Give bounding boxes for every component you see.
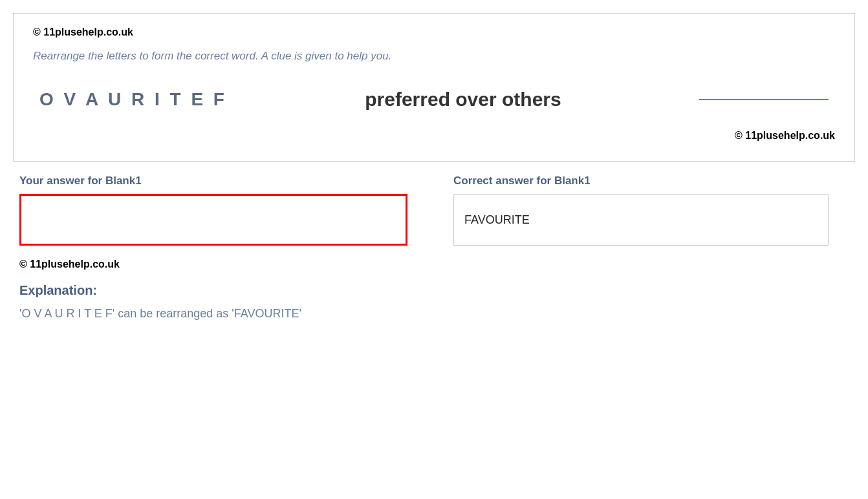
question-copyright-footer: © 11plusehelp.co.uk — [33, 130, 835, 142]
answers-section: Your answer for Blank1 Correct answer fo… — [19, 175, 849, 246]
correct-answer-label: Correct answer for Blank1 — [453, 175, 849, 187]
question-box: © 11plusehelp.co.uk Rearrange the letter… — [13, 13, 855, 162]
your-answer-block: Your answer for Blank1 — [19, 175, 415, 246]
page-copyright: © 11plusehelp.co.uk — [19, 259, 849, 270]
scrambled-word: O V A U R I T E F — [39, 89, 227, 110]
question-copyright: © 11plusehelp.co.uk — [33, 27, 835, 38]
explanation-text: 'O V A U R I T E F' can be rearranged as… — [19, 307, 849, 321]
your-answer-input[interactable] — [19, 194, 407, 246]
instruction-text: Rearrange the letters to form the correc… — [33, 50, 835, 63]
clue-text: preferred over others — [365, 89, 561, 111]
question-row: O V A U R I T E F preferred over others — [33, 89, 835, 111]
explanation-label: Explanation: — [19, 283, 849, 298]
answer-line — [699, 99, 829, 100]
correct-answer-box: FAVOURITE — [453, 194, 829, 246]
correct-answer-block: Correct answer for Blank1 FAVOURITE — [453, 175, 849, 246]
your-answer-label: Your answer for Blank1 — [19, 175, 415, 187]
explanation-section: Explanation: 'O V A U R I T E F' can be … — [19, 283, 849, 321]
